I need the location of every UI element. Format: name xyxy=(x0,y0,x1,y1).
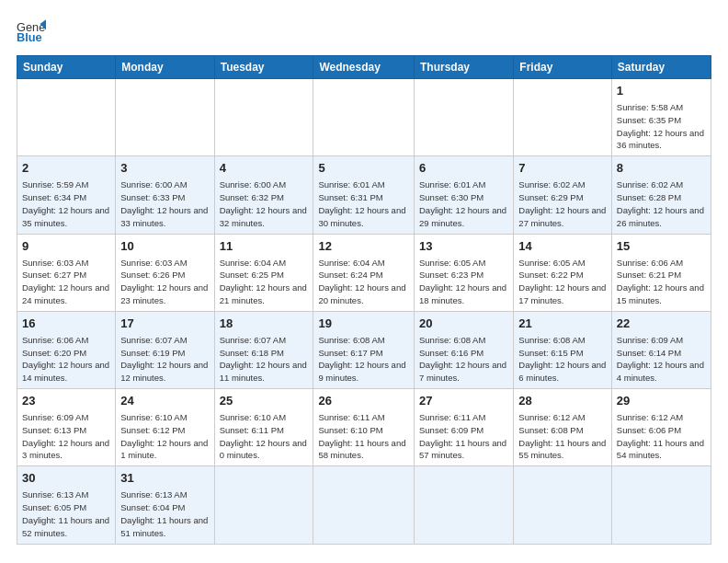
calendar-cell: 30Sunrise: 6:13 AM Sunset: 6:05 PM Dayli… xyxy=(17,466,116,544)
calendar-cell: 27Sunrise: 6:11 AM Sunset: 6:09 PM Dayli… xyxy=(415,389,514,466)
calendar-cell xyxy=(17,79,116,156)
day-info: Sunrise: 6:07 AM Sunset: 6:19 PM Dayligh… xyxy=(120,334,209,385)
calendar-cell: 19Sunrise: 6:08 AM Sunset: 6:17 PM Dayli… xyxy=(313,311,415,388)
day-number: 29 xyxy=(617,393,706,409)
calendar-week-row: 9Sunrise: 6:03 AM Sunset: 6:27 PM Daylig… xyxy=(17,234,711,311)
calendar-cell: 2Sunrise: 5:59 AM Sunset: 6:34 PM Daylig… xyxy=(17,156,116,234)
calendar-week-row: 16Sunrise: 6:06 AM Sunset: 6:20 PM Dayli… xyxy=(17,311,711,388)
calendar-cell: 9Sunrise: 6:03 AM Sunset: 6:27 PM Daylig… xyxy=(17,234,116,311)
calendar-week-row: 23Sunrise: 6:09 AM Sunset: 6:13 PM Dayli… xyxy=(17,389,711,466)
calendar-cell: 4Sunrise: 6:00 AM Sunset: 6:32 PM Daylig… xyxy=(214,156,313,234)
day-number: 8 xyxy=(617,160,706,177)
day-info: Sunrise: 6:13 AM Sunset: 6:05 PM Dayligh… xyxy=(22,488,110,539)
calendar-cell: 3Sunrise: 6:00 AM Sunset: 6:33 PM Daylig… xyxy=(116,156,214,234)
calendar-header-row: SundayMondayTuesdayWednesdayThursdayFrid… xyxy=(17,56,711,79)
day-info: Sunrise: 6:10 AM Sunset: 6:12 PM Dayligh… xyxy=(120,411,209,462)
calendar-cell xyxy=(514,79,612,156)
calendar-cell: 20Sunrise: 6:08 AM Sunset: 6:16 PM Dayli… xyxy=(415,311,514,388)
day-number: 30 xyxy=(22,470,110,487)
day-info: Sunrise: 6:08 AM Sunset: 6:15 PM Dayligh… xyxy=(518,334,607,385)
calendar-cell xyxy=(214,466,313,544)
svg-text:Blue: Blue xyxy=(17,30,42,44)
calendar-cell: 15Sunrise: 6:06 AM Sunset: 6:21 PM Dayli… xyxy=(611,234,711,311)
day-number: 15 xyxy=(617,238,706,255)
day-info: Sunrise: 6:05 AM Sunset: 6:23 PM Dayligh… xyxy=(419,257,508,307)
calendar-cell: 22Sunrise: 6:09 AM Sunset: 6:14 PM Dayli… xyxy=(611,311,711,388)
day-info: Sunrise: 6:00 AM Sunset: 6:33 PM Dayligh… xyxy=(120,178,209,229)
day-info: Sunrise: 6:03 AM Sunset: 6:26 PM Dayligh… xyxy=(120,257,209,307)
weekday-header-saturday: Saturday xyxy=(611,56,711,79)
day-info: Sunrise: 6:06 AM Sunset: 6:21 PM Dayligh… xyxy=(617,257,706,307)
calendar-cell: 31Sunrise: 6:13 AM Sunset: 6:04 PM Dayli… xyxy=(116,466,214,544)
day-number: 10 xyxy=(120,238,209,255)
calendar-cell xyxy=(514,466,612,544)
weekday-header-friday: Friday xyxy=(514,56,612,79)
calendar-cell xyxy=(415,79,514,156)
day-info: Sunrise: 6:09 AM Sunset: 6:14 PM Dayligh… xyxy=(617,334,706,385)
weekday-header-sunday: Sunday xyxy=(17,56,116,79)
calendar-table: SundayMondayTuesdayWednesdayThursdayFrid… xyxy=(17,55,711,545)
day-number: 9 xyxy=(22,238,110,255)
day-info: Sunrise: 6:04 AM Sunset: 6:24 PM Dayligh… xyxy=(318,257,409,307)
day-info: Sunrise: 6:07 AM Sunset: 6:18 PM Dayligh… xyxy=(220,334,309,385)
day-info: Sunrise: 6:09 AM Sunset: 6:13 PM Dayligh… xyxy=(22,411,110,462)
day-number: 20 xyxy=(419,316,508,332)
weekday-header-monday: Monday xyxy=(116,56,214,79)
day-number: 16 xyxy=(22,316,110,332)
page-header: General Blue xyxy=(17,17,711,46)
day-number: 28 xyxy=(518,393,607,409)
calendar-cell: 24Sunrise: 6:10 AM Sunset: 6:12 PM Dayli… xyxy=(116,389,214,466)
day-info: Sunrise: 6:00 AM Sunset: 6:32 PM Dayligh… xyxy=(220,178,309,229)
calendar-cell: 12Sunrise: 6:04 AM Sunset: 6:24 PM Dayli… xyxy=(313,234,415,311)
day-info: Sunrise: 5:58 AM Sunset: 6:35 PM Dayligh… xyxy=(617,101,706,152)
calendar-cell: 13Sunrise: 6:05 AM Sunset: 6:23 PM Dayli… xyxy=(415,234,514,311)
day-number: 26 xyxy=(318,393,409,409)
day-number: 5 xyxy=(318,160,409,177)
day-info: Sunrise: 6:05 AM Sunset: 6:22 PM Dayligh… xyxy=(518,257,607,307)
calendar-cell: 18Sunrise: 6:07 AM Sunset: 6:18 PM Dayli… xyxy=(214,311,313,388)
day-number: 14 xyxy=(518,238,607,255)
calendar-cell: 23Sunrise: 6:09 AM Sunset: 6:13 PM Dayli… xyxy=(17,389,116,466)
day-info: Sunrise: 6:11 AM Sunset: 6:09 PM Dayligh… xyxy=(419,411,508,462)
logo-icon: General Blue xyxy=(17,17,46,46)
day-info: Sunrise: 6:01 AM Sunset: 6:31 PM Dayligh… xyxy=(318,178,409,229)
day-info: Sunrise: 6:08 AM Sunset: 6:16 PM Dayligh… xyxy=(419,334,508,385)
calendar-cell: 14Sunrise: 6:05 AM Sunset: 6:22 PM Dayli… xyxy=(514,234,612,311)
day-number: 17 xyxy=(120,316,209,332)
day-info: Sunrise: 6:01 AM Sunset: 6:30 PM Dayligh… xyxy=(419,178,508,229)
calendar-week-row: 1Sunrise: 5:58 AM Sunset: 6:35 PM Daylig… xyxy=(17,79,711,156)
calendar-cell xyxy=(611,466,711,544)
calendar-cell: 17Sunrise: 6:07 AM Sunset: 6:19 PM Dayli… xyxy=(116,311,214,388)
day-number: 13 xyxy=(419,238,508,255)
calendar-cell xyxy=(313,79,415,156)
calendar-cell xyxy=(313,466,415,544)
weekday-header-thursday: Thursday xyxy=(415,56,514,79)
day-number: 1 xyxy=(617,83,706,99)
calendar-cell: 25Sunrise: 6:10 AM Sunset: 6:11 PM Dayli… xyxy=(214,389,313,466)
day-info: Sunrise: 6:02 AM Sunset: 6:29 PM Dayligh… xyxy=(518,178,607,229)
day-number: 31 xyxy=(120,470,209,487)
day-info: Sunrise: 5:59 AM Sunset: 6:34 PM Dayligh… xyxy=(22,178,110,229)
day-info: Sunrise: 6:03 AM Sunset: 6:27 PM Dayligh… xyxy=(22,257,110,307)
day-number: 11 xyxy=(220,238,309,255)
day-number: 21 xyxy=(518,316,607,332)
day-info: Sunrise: 6:06 AM Sunset: 6:20 PM Dayligh… xyxy=(22,334,110,385)
weekday-header-tuesday: Tuesday xyxy=(214,56,313,79)
day-number: 3 xyxy=(120,160,209,177)
calendar-cell xyxy=(214,79,313,156)
day-number: 23 xyxy=(22,393,110,409)
day-number: 6 xyxy=(419,160,508,177)
calendar-cell: 28Sunrise: 6:12 AM Sunset: 6:08 PM Dayli… xyxy=(514,389,612,466)
day-number: 7 xyxy=(518,160,607,177)
calendar-cell: 21Sunrise: 6:08 AM Sunset: 6:15 PM Dayli… xyxy=(514,311,612,388)
day-info: Sunrise: 6:12 AM Sunset: 6:06 PM Dayligh… xyxy=(617,411,706,462)
calendar-cell: 5Sunrise: 6:01 AM Sunset: 6:31 PM Daylig… xyxy=(313,156,415,234)
calendar-cell: 6Sunrise: 6:01 AM Sunset: 6:30 PM Daylig… xyxy=(415,156,514,234)
weekday-header-wednesday: Wednesday xyxy=(313,56,415,79)
day-number: 19 xyxy=(318,316,409,332)
calendar-cell: 16Sunrise: 6:06 AM Sunset: 6:20 PM Dayli… xyxy=(17,311,116,388)
day-number: 27 xyxy=(419,393,508,409)
day-info: Sunrise: 6:13 AM Sunset: 6:04 PM Dayligh… xyxy=(120,488,209,539)
day-info: Sunrise: 6:10 AM Sunset: 6:11 PM Dayligh… xyxy=(220,411,309,462)
day-info: Sunrise: 6:12 AM Sunset: 6:08 PM Dayligh… xyxy=(518,411,607,462)
